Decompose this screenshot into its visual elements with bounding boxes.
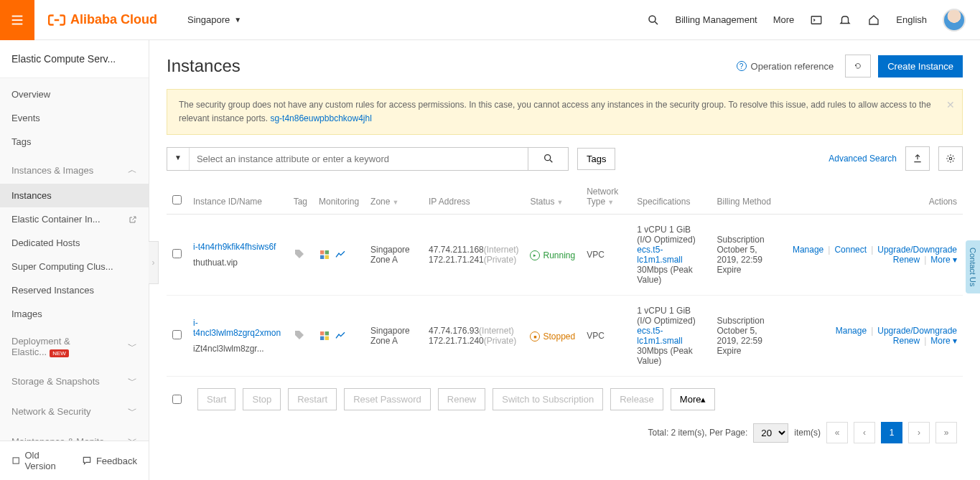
operation-reference-link[interactable]: ? Operation reference	[737, 61, 834, 72]
upgrade-action[interactable]: Upgrade/Downgrade	[877, 245, 957, 255]
sidebar-item-events[interactable]: Events	[0, 106, 149, 130]
refresh-button[interactable]	[845, 55, 871, 77]
home-icon[interactable]	[867, 14, 880, 27]
tag-icon[interactable]	[294, 248, 305, 260]
bulk-restart-button[interactable]: Restart	[288, 388, 337, 410]
bulk-reset-password-button[interactable]: Reset Password	[344, 388, 431, 410]
sidebar-item-tags[interactable]: Tags	[0, 130, 149, 154]
manage-action[interactable]: Manage	[793, 245, 823, 255]
sidebar-item-images[interactable]: Images	[0, 302, 149, 326]
col-zone[interactable]: Zone▼	[365, 179, 423, 215]
billing-cell: SubscriptionOctober 5, 2019, 22:59 Expir…	[711, 215, 787, 296]
avatar[interactable]	[943, 9, 966, 32]
more-link[interactable]: More	[773, 14, 795, 25]
language-selector[interactable]: English	[896, 14, 927, 25]
network-cell: VPC	[581, 215, 631, 296]
more-action[interactable]: More ▾	[930, 255, 957, 265]
old-version-link[interactable]: Old Version	[11, 450, 67, 471]
sidebar-item-instances[interactable]: Instances	[0, 184, 149, 207]
page-title: Instances	[167, 56, 737, 76]
sidebar-group-instances-images[interactable]: Instances & Images ︿	[0, 156, 149, 184]
bulk-release-button[interactable]: Release	[610, 388, 663, 410]
sidebar-group-deployment[interactable]: Deployment & Elastic...NEW ﹀	[0, 329, 149, 364]
col-ip: IP Address	[423, 179, 524, 215]
connect-action[interactable]: Connect	[834, 245, 867, 255]
select-all-checkbox[interactable]	[172, 195, 182, 204]
svg-point-9	[949, 158, 952, 161]
monitor-color-icon[interactable]	[319, 330, 330, 342]
search-icon[interactable]	[647, 14, 660, 27]
instance-type-link[interactable]: ecs.t5-lc1m1.small	[637, 326, 705, 346]
tags-button[interactable]: Tags	[577, 148, 615, 170]
advanced-search-link[interactable]: Advanced Search	[829, 154, 897, 164]
hamburger-menu[interactable]	[0, 0, 34, 40]
region-selector[interactable]: Singapore ▼	[170, 14, 258, 25]
per-page-select[interactable]: 20	[753, 423, 788, 443]
more-action[interactable]: More ▾	[930, 336, 957, 346]
svg-rect-15	[325, 331, 329, 335]
sidebar-collapse-handle[interactable]: ›	[149, 241, 159, 284]
sidebar-item-dedicated-hosts[interactable]: Dedicated Hosts	[0, 231, 149, 255]
contact-us-tab[interactable]: Contact Us	[966, 240, 980, 293]
sidebar-group-network[interactable]: Network & Security ﹀	[0, 397, 149, 425]
export-button[interactable]	[905, 146, 930, 171]
sidebar-group-storage[interactable]: Storage & Snapshots ﹀	[0, 367, 149, 395]
chart-icon[interactable]	[335, 330, 346, 342]
bulk-start-button[interactable]: Start	[197, 388, 235, 410]
chevron-down-icon: ﹀	[128, 435, 137, 441]
alert-sg-link[interactable]: sg-t4n86euwpbbchkow4jhl	[270, 113, 371, 123]
page-next-button[interactable]: ›	[908, 422, 930, 443]
ip-cell: 47.74.211.168(Internet)172.21.71.241(Pri…	[423, 215, 524, 296]
instance-id-link[interactable]: i-t4ncl3lwlm8zgrq2xmon	[193, 318, 282, 338]
chevron-down-icon: ﹀	[128, 340, 137, 353]
sidebar: Elastic Compute Serv... Overview Events …	[0, 40, 149, 480]
brand-logo[interactable]: Alibaba Cloud	[34, 11, 170, 29]
svg-line-8	[550, 160, 552, 162]
search-input[interactable]	[190, 148, 528, 170]
search-button[interactable]	[528, 148, 568, 170]
instance-name: thuthuat.vip	[193, 258, 238, 268]
feedback-label: Feedback	[96, 456, 137, 466]
instance-type-link[interactable]: ecs.t5-lc1m1.small	[637, 245, 705, 265]
bulk-more-button[interactable]: More▴	[671, 388, 716, 410]
svg-rect-11	[325, 250, 329, 254]
row-checkbox[interactable]	[172, 249, 182, 258]
service-title[interactable]: Elastic Compute Serv...	[0, 40, 149, 78]
col-status[interactable]: Status▼	[524, 179, 581, 215]
billing-link[interactable]: Billing Management	[676, 14, 757, 25]
page-last-button[interactable]: »	[935, 422, 957, 443]
notification-icon[interactable]	[839, 14, 851, 27]
close-icon[interactable]: ✕	[946, 97, 955, 113]
create-instance-button[interactable]: Create Instance	[878, 55, 963, 77]
instances-table: Instance ID/Name Tag Monitoring Zone▼ IP…	[167, 179, 963, 377]
manage-action[interactable]: Manage	[836, 326, 867, 336]
sidebar-item-super-computing[interactable]: Super Computing Clus...	[0, 255, 149, 278]
feedback-link[interactable]: Feedback	[82, 450, 137, 471]
col-network[interactable]: Network Type▼	[581, 179, 631, 215]
shell-icon[interactable]	[810, 14, 823, 27]
sidebar-group-maintenance[interactable]: Maintenance & Monito... ﹀	[0, 428, 149, 441]
bulk-switch-subscription-button[interactable]: Switch to Subscription	[493, 388, 603, 410]
sidebar-item-overview[interactable]: Overview	[0, 83, 149, 106]
page-prev-button[interactable]: ‹	[854, 422, 875, 443]
table-row: i-t4n4rh9kfik4fhsiws6fthuthuat.vip Singa…	[167, 215, 963, 296]
monitor-color-icon[interactable]	[319, 249, 330, 260]
page-first-button[interactable]: «	[826, 422, 848, 443]
settings-button[interactable]	[938, 146, 963, 171]
bulk-renew-button[interactable]: Renew	[438, 388, 485, 410]
sidebar-item-reserved[interactable]: Reserved Instances	[0, 278, 149, 302]
sidebar-group-label: Instances & Images	[11, 165, 93, 176]
caret-down-icon: ▼	[607, 199, 614, 206]
renew-action[interactable]: Renew	[893, 336, 920, 346]
instance-id-link[interactable]: i-t4n4rh9kfik4fhsiws6f	[193, 242, 282, 252]
chart-icon[interactable]	[335, 249, 346, 260]
renew-action[interactable]: Renew	[893, 255, 920, 265]
search-attribute-dropdown[interactable]: ▼	[167, 148, 190, 170]
row-checkbox[interactable]	[172, 330, 182, 339]
bulk-stop-button[interactable]: Stop	[243, 388, 281, 410]
upgrade-action[interactable]: Upgrade/Downgrade	[877, 326, 957, 336]
sidebar-item-elastic-container[interactable]: Elastic Container In...	[0, 207, 149, 231]
tag-icon[interactable]	[294, 329, 305, 341]
bulk-select-checkbox[interactable]	[172, 395, 182, 404]
page-number-button[interactable]: 1	[881, 422, 902, 443]
